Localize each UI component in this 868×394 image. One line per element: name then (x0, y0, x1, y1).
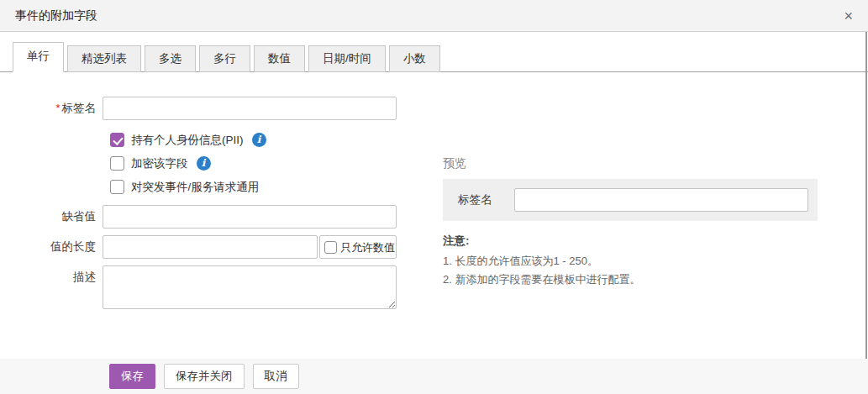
description-label: 描述 (0, 265, 103, 289)
value-length-row: 值的长度 只允许数值 (0, 235, 420, 259)
common-checkbox-label: 对突发事件/服务请求通用 (131, 180, 259, 194)
dialog-body: *标签名 持有个人身份信息(PII) 加密该字段 对突发事件/服务请求通用 (0, 72, 868, 309)
checkbox-group: 持有个人身份信息(PII) 加密该字段 对突发事件/服务请求通用 (0, 128, 420, 198)
default-value-row: 缺省值 (0, 205, 420, 229)
notes-section: 注意: 1. 长度的允许值应该为1 - 250。 2. 新添加的字段需要在模板中… (443, 234, 821, 289)
cancel-button[interactable]: 取消 (253, 364, 299, 389)
dialog-header: 事件的附加字段 × (0, 0, 868, 32)
encrypt-checkbox[interactable] (110, 156, 124, 171)
numeric-only-checkbox[interactable] (324, 241, 337, 254)
preview-heading: 预览 (443, 156, 821, 171)
preview-field-input[interactable] (514, 188, 808, 212)
value-length-label: 值的长度 (0, 235, 103, 259)
encrypt-checkbox-label: 加密该字段 (131, 156, 188, 171)
field-form: *标签名 持有个人身份信息(PII) 加密该字段 对突发事件/服务请求通用 (0, 72, 420, 309)
pii-checkbox[interactable] (110, 133, 124, 147)
tab-multi-select[interactable]: 多选 (145, 45, 196, 72)
tab-decimal[interactable]: 小数 (389, 45, 440, 72)
value-length-controls: 只允许数值 (103, 235, 397, 259)
right-panel: 预览 标签名 注意: 1. 长度的允许值应该为1 - 250。 2. 新添加的字… (443, 156, 821, 289)
value-length-input[interactable] (103, 235, 318, 259)
preview-box: 标签名 (443, 179, 818, 221)
label-name-row: *标签名 (0, 97, 420, 120)
encrypt-info-icon[interactable] (197, 156, 211, 171)
required-asterisk: * (55, 102, 60, 114)
default-value-input[interactable] (103, 205, 397, 229)
tab-date-time[interactable]: 日期/时间 (308, 45, 386, 72)
dialog-footer: 保存 保存并关闭 取消 (0, 359, 868, 394)
save-and-close-button[interactable]: 保存并关闭 (164, 364, 245, 389)
numeric-only-label: 只允许数值 (340, 240, 395, 255)
close-icon[interactable]: × (840, 7, 856, 25)
preview-field-label: 标签名 (458, 192, 514, 208)
note-item-2: 2. 新添加的字段需要在模板中进行配置。 (443, 271, 821, 289)
label-name-label: *标签名 (0, 97, 103, 120)
description-row: 描述 (0, 265, 420, 309)
pii-checkbox-label: 持有个人身份信息(PII) (131, 133, 244, 147)
tab-numeric[interactable]: 数值 (254, 45, 305, 72)
additional-fields-dialog: 事件的附加字段 × 单行 精选列表 多选 多行 数值 日期/时间 小数 *标签名… (0, 0, 868, 394)
label-name-text: 标签名 (62, 102, 97, 114)
common-checkbox-row: 对突发事件/服务请求通用 (110, 175, 420, 198)
description-textarea[interactable] (103, 265, 397, 309)
field-type-tabbar: 单行 精选列表 多选 多行 数值 日期/时间 小数 (0, 32, 868, 72)
save-button[interactable]: 保存 (109, 364, 155, 389)
encrypt-checkbox-row: 加密该字段 (110, 151, 420, 175)
label-name-input[interactable] (103, 97, 397, 120)
numeric-only-box: 只允许数值 (319, 235, 397, 259)
tab-multi-line[interactable]: 多行 (199, 45, 250, 72)
tab-single-line[interactable]: 单行 (13, 42, 64, 72)
dialog-title: 事件的附加字段 (15, 8, 97, 24)
notes-heading: 注意: (443, 234, 821, 249)
default-value-label: 缺省值 (0, 205, 103, 229)
note-item-1: 1. 长度的允许值应该为1 - 250。 (443, 252, 821, 271)
tab-pick-list[interactable]: 精选列表 (67, 45, 141, 72)
pii-info-icon[interactable] (252, 133, 266, 147)
pii-checkbox-row: 持有个人身份信息(PII) (110, 128, 420, 151)
common-checkbox[interactable] (110, 180, 124, 194)
